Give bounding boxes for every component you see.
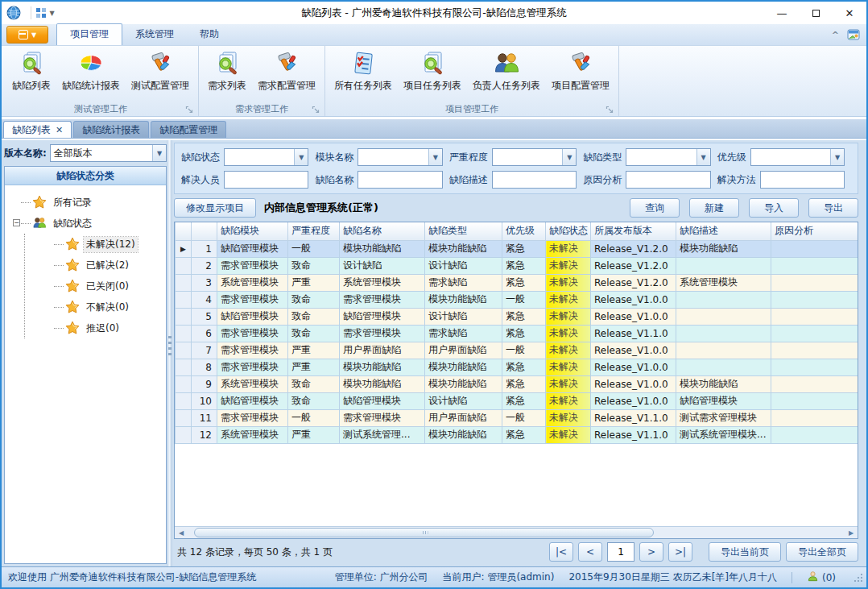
cell[interactable]: Release_V1.0.0 bbox=[591, 342, 676, 359]
cell[interactable] bbox=[771, 274, 858, 291]
tree-item-defect-status[interactable]: −缺陷状态 bbox=[13, 213, 163, 234]
cell[interactable]: 用户界面缺陷 bbox=[340, 342, 425, 359]
cell[interactable]: 设计缺陷 bbox=[425, 392, 502, 409]
cell[interactable]: 模块功能缺陷 bbox=[340, 359, 425, 375]
cell[interactable]: 测试系统管理... bbox=[340, 426, 425, 443]
cell[interactable]: 致命 bbox=[288, 325, 340, 342]
next-page-button[interactable]: > bbox=[639, 542, 663, 562]
cell[interactable] bbox=[771, 409, 858, 426]
chevron-down-icon[interactable]: ▼ bbox=[428, 149, 442, 165]
chevron-down-icon[interactable]: ▼ bbox=[830, 149, 844, 165]
ribbon-button-defect-report[interactable]: 缺陷统计报表 bbox=[56, 48, 126, 94]
cell[interactable]: 系统管理模块 bbox=[340, 274, 425, 291]
column-header[interactable]: 缺陷名称 bbox=[340, 222, 425, 240]
cell[interactable]: 用户界面缺陷 bbox=[425, 409, 502, 426]
cell[interactable]: 需求缺陷 bbox=[425, 325, 502, 342]
cell[interactable]: 未解决 bbox=[546, 325, 591, 342]
export-button[interactable]: 导出 bbox=[808, 198, 858, 218]
table-row[interactable]: ▶1缺陷管理模块一般模块功能缺陷模块功能缺陷紧急未解决Release_V1.2.… bbox=[176, 240, 858, 257]
cell[interactable]: 需求管理模块 bbox=[217, 325, 288, 342]
expander-icon[interactable]: − bbox=[13, 219, 20, 226]
tree-item-postponed[interactable]: 推迟(0) bbox=[25, 317, 163, 338]
cell[interactable] bbox=[771, 392, 858, 409]
cell[interactable]: 需求管理模块 bbox=[217, 291, 288, 308]
cell[interactable]: 系统管理模块 bbox=[217, 375, 288, 392]
cell[interactable]: 致命 bbox=[288, 257, 340, 274]
export-all-pages-button[interactable]: 导出全部页 bbox=[786, 542, 858, 562]
cell[interactable]: 未解决 bbox=[546, 409, 591, 426]
new-button[interactable]: 新建 bbox=[689, 198, 739, 218]
tree-item-closed[interactable]: 已关闭(0) bbox=[25, 276, 163, 297]
cell[interactable] bbox=[676, 342, 771, 359]
cell[interactable]: 缺陷管理模块 bbox=[676, 392, 771, 409]
filter-priority-select[interactable]: ▼ bbox=[750, 148, 845, 166]
cell[interactable]: 系统管理模块 bbox=[217, 274, 288, 291]
cell[interactable]: 紧急 bbox=[502, 359, 546, 375]
cell[interactable]: Release_V1.1.0 bbox=[591, 426, 676, 443]
cell[interactable]: 未解决 bbox=[546, 257, 591, 274]
doc-tab-defect-report[interactable]: 缺陷统计报表 bbox=[73, 121, 149, 138]
cell[interactable]: 未解决 bbox=[546, 342, 591, 359]
cell[interactable]: Release_V1.2.0 bbox=[591, 240, 676, 257]
cell[interactable]: 未解决 bbox=[546, 426, 591, 443]
chevron-down-icon[interactable]: ▼ bbox=[294, 149, 308, 165]
chevron-down-icon[interactable]: ▼ bbox=[696, 149, 710, 165]
cell[interactable]: 模块功能缺陷 bbox=[340, 240, 425, 257]
cell[interactable]: 模块功能缺陷 bbox=[425, 240, 502, 257]
cell[interactable]: 一般 bbox=[502, 409, 546, 426]
filter-module-name-select[interactable]: ▼ bbox=[358, 148, 442, 166]
close-tab-icon[interactable]: ✕ bbox=[56, 125, 63, 135]
dialog-launcher-icon[interactable] bbox=[185, 106, 194, 114]
column-header[interactable]: 原因分析 bbox=[771, 222, 858, 240]
first-page-button[interactable]: |< bbox=[549, 542, 573, 562]
cell[interactable] bbox=[771, 257, 858, 274]
cell[interactable] bbox=[676, 308, 771, 325]
cell[interactable]: 需求管理模块 bbox=[340, 291, 425, 308]
cell[interactable]: 设计缺陷 bbox=[425, 257, 502, 274]
row-selector-cell[interactable] bbox=[176, 409, 192, 426]
cell[interactable]: 模块功能缺陷 bbox=[340, 375, 425, 392]
cell[interactable]: 系统管理模块 bbox=[676, 274, 771, 291]
tree-item-wontfix[interactable]: 不解决(0) bbox=[25, 297, 163, 317]
cell[interactable]: 未解决 bbox=[546, 359, 591, 375]
about-icon[interactable] bbox=[847, 28, 860, 41]
cell[interactable]: 模块功能缺陷 bbox=[425, 359, 502, 375]
row-selector-cell[interactable] bbox=[176, 274, 192, 291]
column-header[interactable]: 缺陷类型 bbox=[425, 222, 502, 240]
cell[interactable] bbox=[771, 308, 858, 325]
scrollbar-thumb[interactable] bbox=[194, 528, 654, 537]
cell[interactable] bbox=[771, 342, 858, 359]
ribbon-button-requirement-config[interactable]: 需求配置管理 bbox=[252, 48, 321, 94]
maximize-button[interactable] bbox=[799, 2, 833, 24]
row-selector-cell[interactable] bbox=[176, 291, 192, 308]
table-row[interactable]: 7需求管理模块严重用户界面缺陷用户界面缺陷一般未解决Release_V1.0.0 bbox=[176, 342, 858, 359]
cell[interactable]: 系统管理模块 bbox=[217, 426, 288, 443]
export-current-page-button[interactable]: 导出当前页 bbox=[709, 542, 781, 562]
chevron-down-icon[interactable]: ▼ bbox=[152, 145, 166, 161]
ribbon-tab-project-management[interactable]: 项目管理 bbox=[56, 23, 122, 45]
cell[interactable]: 紧急 bbox=[502, 240, 546, 257]
table-row[interactable]: 6需求管理模块致命需求管理模块需求缺陷紧急未解决Release_V1.1.0 bbox=[176, 325, 858, 342]
cell[interactable]: 紧急 bbox=[502, 274, 546, 291]
cell[interactable]: 致命 bbox=[288, 308, 340, 325]
page-number-input[interactable] bbox=[607, 542, 634, 562]
cell[interactable]: 紧急 bbox=[502, 257, 546, 274]
cell[interactable]: 未解决 bbox=[546, 291, 591, 308]
cell[interactable]: 紧急 bbox=[502, 308, 546, 325]
cell[interactable]: 致命 bbox=[288, 291, 340, 308]
chevron-down-icon[interactable]: ▼ bbox=[562, 149, 576, 165]
cell[interactable]: 缺陷管理模块 bbox=[217, 308, 288, 325]
cell[interactable]: 用户界面缺陷 bbox=[425, 342, 502, 359]
close-button[interactable]: ✕ bbox=[833, 2, 866, 24]
cell[interactable] bbox=[771, 240, 858, 257]
cell[interactable]: Release_V1.0.0 bbox=[591, 375, 676, 392]
cell[interactable]: 紧急 bbox=[502, 375, 546, 392]
cell[interactable]: 模块功能缺陷 bbox=[425, 426, 502, 443]
cell[interactable]: Release_V1.2.0 bbox=[591, 274, 676, 291]
cell[interactable]: Release_V1.0.0 bbox=[591, 308, 676, 325]
row-selector-cell[interactable] bbox=[176, 342, 192, 359]
dialog-launcher-icon[interactable] bbox=[312, 106, 320, 114]
cell[interactable]: 缺陷管理模块 bbox=[340, 392, 425, 409]
cell[interactable] bbox=[676, 257, 771, 274]
cell[interactable]: 设计缺陷 bbox=[340, 257, 425, 274]
